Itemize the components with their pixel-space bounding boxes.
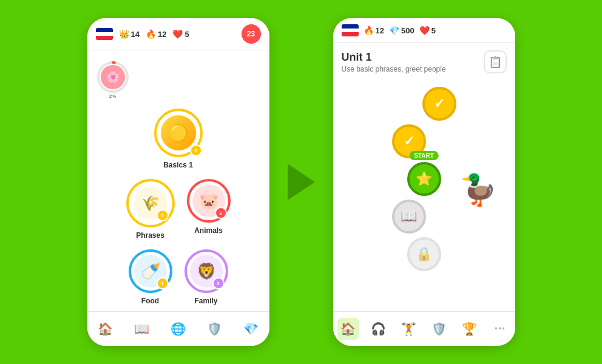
right-gem-value: 500 bbox=[401, 26, 414, 35]
profile-container[interactable]: 🌸 2% bbox=[96, 60, 130, 96]
right-home-icon: 🏠 bbox=[340, 322, 356, 336]
animals-label: Animals bbox=[194, 226, 223, 235]
nav-book[interactable]: 📖 bbox=[131, 318, 153, 340]
path-node-locked: 🔒 bbox=[407, 237, 441, 271]
nav-gem[interactable]: 💎 bbox=[240, 318, 262, 340]
animals-circle: 🐷 3 bbox=[192, 184, 225, 217]
basics1-ring: 🟡 5 bbox=[154, 109, 203, 157]
fire-value: 12 bbox=[158, 30, 166, 39]
right-gem-stat: 💎 500 bbox=[389, 25, 414, 35]
phrases-badge-num: 5 bbox=[161, 213, 163, 218]
unit-title: Unit 1 bbox=[342, 51, 446, 64]
avatar: 🌸 bbox=[101, 65, 125, 89]
left-bottom-nav: 🏠 📖 🌐 🛡️ 💎 bbox=[87, 311, 269, 346]
notes-button[interactable]: 📋 bbox=[484, 50, 507, 73]
gem-nav-icon: 💎 bbox=[243, 322, 259, 336]
fire-stat: 🔥 12 bbox=[146, 29, 166, 39]
phrases-lesson[interactable]: 🌾 5 Phrases bbox=[126, 179, 175, 240]
right-top-bar: 🔥 12 💎 500 ❤️ 5 bbox=[333, 18, 515, 43]
phrases-label: Phrases bbox=[136, 231, 164, 240]
food-badge-num: 1 bbox=[161, 281, 163, 286]
progress-label: 2% bbox=[109, 93, 117, 99]
basics1-label: Basics 1 bbox=[163, 161, 193, 169]
right-gem-icon: 💎 bbox=[389, 25, 399, 35]
left-top-bar: 👑 14 🔥 12 ❤️ 5 23 bbox=[87, 18, 269, 50]
path-row-5: 🔒 bbox=[333, 237, 515, 271]
right-nav-headphones[interactable]: 🎧 bbox=[368, 318, 390, 340]
right-fire-stat: 🔥 12 bbox=[364, 25, 384, 35]
family-label: Family bbox=[194, 297, 217, 305]
right-dumbbell-icon: 🏋️ bbox=[401, 322, 416, 336]
right-nav-more[interactable]: ··· bbox=[489, 318, 511, 340]
arrow-right-icon bbox=[288, 164, 315, 200]
family-badge-num: 2 bbox=[217, 281, 219, 286]
right-nav-dumbbell[interactable]: 🏋️ bbox=[398, 318, 420, 340]
path-row-3: START ⭐ 🦆 bbox=[333, 162, 515, 196]
right-more-icon: ··· bbox=[494, 321, 505, 337]
crown-icon: 👑 bbox=[119, 29, 129, 39]
food-badge: 1 bbox=[157, 277, 169, 289]
node-gold-1: ✓ bbox=[422, 87, 456, 121]
right-headphones-icon: 🎧 bbox=[371, 322, 386, 336]
nav-globe[interactable]: 🌐 bbox=[167, 318, 189, 340]
globe-nav-icon: 🌐 bbox=[171, 322, 186, 336]
phrases-ring: 🌾 5 bbox=[126, 179, 175, 228]
right-flag-icon bbox=[342, 24, 359, 36]
right-trophy-icon: 🏆 bbox=[462, 322, 477, 336]
notes-icon: 📋 bbox=[489, 55, 502, 69]
family-badge: 2 bbox=[212, 277, 225, 289]
food-circle: 🍼 1 bbox=[134, 255, 167, 288]
family-lesson[interactable]: 🦁 2 Family bbox=[184, 249, 228, 305]
phrases-badge: 5 bbox=[157, 209, 169, 221]
family-circle: 🦁 2 bbox=[190, 255, 223, 288]
basics1-badge: 5 bbox=[190, 144, 202, 157]
path-node-4[interactable]: 📖 bbox=[392, 200, 426, 234]
node-gray-lock: 🔒 bbox=[407, 237, 441, 271]
left-phone: 👑 14 🔥 12 ❤️ 5 23 bbox=[87, 18, 269, 346]
notification-area[interactable]: 23 bbox=[242, 24, 261, 44]
path-node-start[interactable]: START ⭐ bbox=[407, 162, 441, 196]
left-phone-content: 🌸 2% 🟡 5 Basics 1 bbox=[87, 50, 269, 311]
right-heart-stat: ❤️ 5 bbox=[419, 25, 436, 35]
app-container: 👑 14 🔥 12 ❤️ 5 23 bbox=[0, 0, 602, 364]
start-label: START bbox=[409, 151, 439, 160]
basics1-lesson[interactable]: 🟡 5 Basics 1 bbox=[154, 109, 203, 169]
food-family-row: 🍼 1 Food 🦁 bbox=[129, 249, 228, 305]
right-fire-value: 12 bbox=[376, 26, 384, 35]
unit-header-row: Unit 1 Use basic phrases, greet people 📋 bbox=[342, 50, 507, 73]
unit-header: Unit 1 Use basic phrases, greet people 📋 bbox=[333, 43, 515, 81]
basics-section: 🟡 5 Basics 1 🌾 bbox=[87, 103, 269, 311]
flag-icon bbox=[96, 28, 113, 40]
animals-lesson[interactable]: 🐷 3 Animals bbox=[187, 179, 231, 240]
crown-stat: 👑 14 bbox=[119, 29, 140, 39]
right-shield-icon: 🛡️ bbox=[431, 322, 447, 336]
right-nav-trophy[interactable]: 🏆 bbox=[459, 318, 481, 340]
food-ring: 🍼 1 bbox=[129, 249, 172, 293]
food-label: Food bbox=[141, 297, 159, 305]
phrases-circle: 🌾 5 bbox=[134, 187, 167, 220]
profile-row: 🌸 2% bbox=[87, 56, 269, 103]
nav-shield[interactable]: 🛡️ bbox=[204, 318, 226, 340]
basics1-badge-num: 5 bbox=[194, 148, 197, 153]
right-nav-shield[interactable]: 🛡️ bbox=[428, 318, 450, 340]
phrases-animals-row: 🌾 5 Phrases 🐷 bbox=[126, 179, 231, 240]
path-row-1: ✓ bbox=[333, 87, 515, 121]
path-row-4: 📖 bbox=[333, 200, 515, 234]
animals-ring: 🐷 3 bbox=[187, 179, 231, 223]
path-node-1[interactable]: ✓ bbox=[422, 87, 456, 121]
food-lesson[interactable]: 🍼 1 Food bbox=[129, 249, 172, 305]
notification-badge[interactable]: 23 bbox=[242, 24, 261, 44]
family-ring: 🦁 2 bbox=[184, 249, 228, 293]
notification-count: 23 bbox=[247, 30, 255, 38]
animals-badge-num: 3 bbox=[219, 211, 222, 216]
crown-value: 14 bbox=[131, 30, 140, 39]
right-phone: 🔥 12 💎 500 ❤️ 5 Unit 1 Use basic phrases… bbox=[333, 18, 515, 346]
right-bottom-nav: 🏠 🎧 🏋️ 🛡️ 🏆 ··· bbox=[333, 311, 515, 346]
home-nav-icon: 🏠 bbox=[98, 322, 113, 336]
right-nav-home[interactable]: 🏠 bbox=[337, 318, 359, 340]
right-heart-value: 5 bbox=[431, 26, 436, 35]
nav-home[interactable]: 🏠 bbox=[95, 318, 117, 340]
heart-value: 5 bbox=[184, 30, 189, 39]
right-fire-icon: 🔥 bbox=[364, 25, 374, 35]
lesson-path: ✓ ✓ START ⭐ 🦆 📖 bbox=[333, 81, 515, 311]
